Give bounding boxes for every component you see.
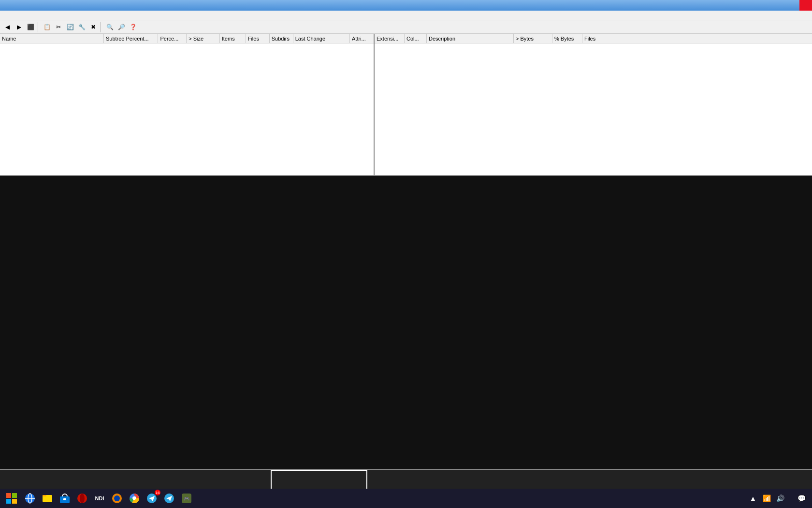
taskbar-store-icon[interactable]	[56, 490, 73, 507]
taskbar-right: ▲ 📶 🔊 💬	[748, 494, 810, 503]
svg-rect-10	[63, 498, 66, 500]
svg-rect-1	[12, 493, 17, 498]
main-area: Name Subtree Percent... Perce... > Size …	[0, 34, 812, 495]
ext-col-ext[interactable]: Extensi...	[375, 34, 405, 43]
svg-rect-2	[6, 499, 11, 504]
titlebar-controls	[774, 0, 812, 11]
minimize-button[interactable]	[774, 0, 787, 11]
taskbar-telegram-icon[interactable]: 16	[143, 490, 160, 507]
maximize-button[interactable]	[787, 0, 799, 11]
col-perce[interactable]: Perce...	[158, 34, 187, 43]
col-items[interactable]: Items	[220, 34, 246, 43]
svg-point-12	[80, 494, 85, 503]
svg-rect-8	[43, 495, 46, 496]
toolbar-separator-2	[101, 22, 102, 32]
start-button[interactable]	[2, 490, 21, 507]
col-lastchange[interactable]: Last Change	[293, 34, 350, 43]
top-pane: Name Subtree Percent... Perce... > Size …	[0, 34, 812, 176]
toolbar-button-6[interactable]: 🔄	[65, 22, 75, 32]
col-attri[interactable]: Attri...	[350, 34, 374, 43]
tray-notification-icon[interactable]: 💬	[797, 494, 806, 503]
ext-header: Extensi... Col... Description > Bytes % …	[375, 34, 812, 43]
tray-sound-icon[interactable]: 🔊	[775, 494, 785, 503]
toolbar: ◀ ▶ ⬛ 📋 ✂ 🔄 🔧 ✖ 🔍 🔎 ❓	[0, 20, 812, 34]
taskbar-ie-icon[interactable]	[21, 490, 39, 507]
toolbar-button-11[interactable]: ❓	[128, 22, 138, 32]
titlebar	[0, 0, 812, 11]
taskbar-firefox-icon[interactable]	[108, 490, 126, 507]
svg-rect-0	[6, 493, 11, 498]
ext-panel[interactable]: Extensi... Col... Description > Bytes % …	[375, 34, 812, 175]
taskbar-other-icon[interactable]: 🎮	[178, 490, 195, 507]
toolbar-button-3[interactable]: ⬛	[25, 22, 36, 32]
menubar	[0, 11, 812, 20]
taskbar-explorer-icon[interactable]	[39, 490, 56, 507]
toolbar-button-2[interactable]: ▶	[14, 22, 24, 32]
toolbar-button-5[interactable]: ✂	[53, 22, 64, 32]
toolbar-button-8[interactable]: ✖	[88, 22, 99, 32]
col-size[interactable]: > Size	[187, 34, 220, 43]
svg-rect-3	[12, 499, 17, 504]
toolbar-button-7[interactable]: 🔧	[76, 22, 87, 32]
taskbar-ndi-icon[interactable]: NDI	[91, 490, 108, 507]
toolbar-button-10[interactable]: 🔎	[116, 22, 127, 32]
taskbar: NDI 16 🎮 ▲ 📶 🔊 💬	[0, 489, 812, 508]
toolbar-separator-1	[38, 22, 40, 32]
ext-col-color[interactable]: Col...	[405, 34, 427, 43]
toolbar-button-9[interactable]: 🔍	[104, 22, 115, 32]
tray-expand-icon[interactable]: ▲	[748, 494, 758, 503]
ext-col-desc[interactable]: Description	[427, 34, 514, 43]
col-subtree[interactable]: Subtree Percent...	[104, 34, 158, 43]
taskbar-opera-icon[interactable]	[73, 490, 91, 507]
taskbar-telegram2-icon[interactable]	[160, 490, 178, 507]
ext-col-bytes[interactable]: > Bytes	[514, 34, 552, 43]
col-name[interactable]: Name	[0, 34, 104, 43]
ext-rows-container	[375, 43, 812, 175]
svg-text:🎮: 🎮	[184, 495, 190, 502]
ext-col-pct[interactable]: % Bytes	[552, 34, 582, 43]
tree-panel[interactable]: Name Subtree Percent... Perce... > Size …	[0, 34, 375, 175]
tree-rows-container	[0, 43, 374, 175]
taskbar-chrome-icon[interactable]	[126, 490, 143, 507]
toolbar-button-1[interactable]: ◀	[2, 22, 13, 32]
ext-col-files[interactable]: Files	[582, 34, 611, 43]
viz-area[interactable]	[0, 176, 812, 469]
tray-network-icon[interactable]: 📶	[762, 494, 771, 503]
toolbar-button-4[interactable]: 📋	[42, 22, 52, 32]
col-files[interactable]: Files	[246, 34, 270, 43]
close-button[interactable]	[799, 0, 812, 11]
svg-point-14	[114, 495, 120, 501]
tree-header: Name Subtree Percent... Perce... > Size …	[0, 34, 374, 43]
col-subdirs[interactable]: Subdirs	[270, 34, 293, 43]
